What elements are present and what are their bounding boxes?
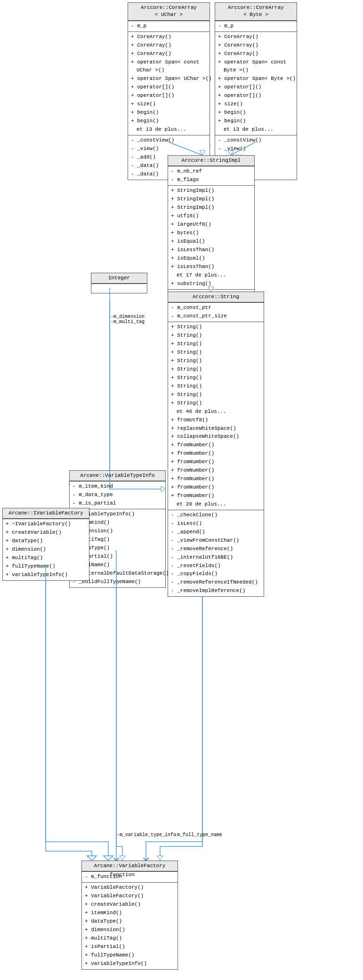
svg-marker-12	[87, 856, 97, 861]
box-variable-factory-header: Arcane::VariableFactory	[82, 861, 177, 871]
label-function: function	[110, 872, 135, 877]
row: - m_item_kind	[72, 482, 163, 491]
row: + StringImpl()	[170, 204, 252, 212]
row: - m_data_type	[72, 491, 163, 499]
row: et 17 de plus...	[170, 271, 252, 280]
section-private: - m_p	[215, 21, 297, 32]
row: + fromNumber()	[170, 458, 262, 466]
row: - _resetFields()	[170, 562, 262, 570]
box-corearray-byte: Arccore::CoreArray< Byte > - m_p + CoreA…	[215, 2, 297, 180]
row: + fromNumber()	[170, 483, 262, 492]
row: + replaceWhiteSpace()	[170, 425, 262, 433]
row: - m_is_partial	[72, 499, 163, 508]
section-private: - m_const_ptr - m_const_ptr_size	[168, 302, 264, 322]
row: + fullTypeName()	[84, 951, 176, 960]
row: - _removeReference()	[170, 545, 262, 553]
row: + String()	[170, 340, 262, 348]
section-public: + String() + String() + String() + Strin…	[168, 322, 264, 510]
row: + operator[]()	[217, 83, 295, 92]
box-ivariable-factory: Arcane::IVariableFactory + ~IVariableFac…	[2, 508, 89, 581]
row: + String()	[170, 323, 262, 332]
svg-marker-11	[120, 856, 125, 861]
row: + createVariable()	[84, 901, 176, 909]
row: + dataType()	[84, 917, 176, 926]
row: + begin()	[217, 117, 295, 126]
row: - m_nb_ref	[170, 167, 252, 176]
row: + begin()	[217, 109, 295, 117]
row: - _viewFromConstChar()	[170, 537, 262, 545]
box-stringimpl-header: Arccore::StringImpl	[168, 156, 254, 166]
row: - _removeImplReference()	[170, 587, 262, 595]
box-corearray-uchar: Arccore::CoreArray< UChar > - m_p + Core…	[128, 2, 210, 180]
row: - _checkClone()	[170, 511, 262, 520]
row: + String()	[170, 399, 262, 408]
row: + String()	[170, 332, 262, 340]
row: + StringImpl()	[170, 195, 252, 204]
row: + operator Span< const	[217, 58, 295, 67]
box-arccore-string: Arccore::String - m_const_ptr - m_const_…	[168, 292, 264, 597]
box-corearray-byte-header: Arccore::CoreArray< Byte >	[215, 3, 297, 21]
row: + substring()	[170, 280, 252, 288]
label-full-type-name: -m_full_type_name	[174, 832, 222, 838]
row: - _removeReferenceIfNeeded()	[170, 578, 262, 587]
row: + isLessThan()	[170, 263, 252, 271]
row: + operator Span< const	[130, 58, 208, 67]
section-public: + CoreArray() + CoreArray() + CoreArray(…	[128, 32, 210, 135]
row: + String()	[170, 374, 262, 382]
row: - m_p	[130, 22, 208, 31]
label-var-type-info: -m_variable_type_info	[117, 832, 176, 838]
row: + operator Span< UChar >()	[130, 75, 208, 83]
row: + fromNumber()	[170, 450, 262, 458]
box-arccore-string-header: Arccore::String	[168, 292, 264, 302]
row: + fromNumber()	[170, 492, 262, 500]
row: + String()	[170, 348, 262, 357]
row: Byte >()	[217, 66, 295, 75]
row: + fromNumber()	[170, 466, 262, 475]
row: UChar >()	[130, 66, 208, 75]
row: + largeUtf8()	[170, 221, 252, 229]
row: + dimension()	[5, 545, 87, 554]
section-public: + CoreArray() + CoreArray() + CoreArray(…	[215, 32, 297, 135]
row: + String()	[170, 365, 262, 374]
row: + multiTag()	[5, 554, 87, 562]
row: - m_flags	[170, 176, 252, 184]
row: et 20 de plus...	[170, 500, 262, 509]
svg-marker-2	[104, 856, 113, 861]
row: + String()	[170, 382, 262, 391]
row: + createVariable()	[5, 529, 87, 537]
row: + collapseWhiteSpace()	[170, 433, 262, 441]
label-dimension: -m_dimension-m_multi_tag	[111, 314, 145, 324]
row: + dataType()	[5, 537, 87, 545]
row: + begin()	[130, 109, 208, 117]
row: + operator[]()	[130, 83, 208, 92]
section-public: + VariableFactory() + VariableFactory() …	[82, 882, 177, 969]
row: + utf16()	[170, 212, 252, 221]
section-public: + StringImpl() + StringImpl() + StringIm…	[168, 185, 254, 289]
row: - _view()	[130, 145, 208, 153]
row: + operator Span< Byte >()	[217, 75, 295, 83]
row: - _internalUtf16BE()	[170, 553, 262, 562]
row: + operator[]()	[217, 92, 295, 100]
row: + CoreArray()	[130, 33, 208, 41]
row: + operator[]()	[130, 92, 208, 100]
row: - _constView()	[130, 136, 208, 145]
row: + dimension()	[84, 926, 176, 934]
row: + CoreArray()	[130, 50, 208, 58]
row: - _append()	[170, 528, 262, 537]
row: + StringImpl()	[170, 187, 252, 195]
row: + CoreArray()	[217, 41, 295, 50]
row: + size()	[130, 100, 208, 109]
row: + String()	[170, 391, 262, 399]
row: + CoreArray()	[217, 50, 295, 58]
box-integer-header: Integer	[91, 273, 147, 284]
row: + isEqual()	[170, 237, 252, 246]
row: - m_p	[217, 22, 295, 31]
row: + fromNumber()	[170, 475, 262, 483]
row: + variableTypeInfo()	[84, 960, 176, 968]
row: + size()	[217, 100, 295, 109]
row: + fullTypeName()	[5, 562, 87, 571]
row: + itemKind()	[84, 909, 176, 917]
row: et 46 de plus...	[170, 408, 262, 416]
box-variable-type-info-header: Arcane::VariableTypeInfo	[70, 471, 165, 481]
row: et 13 de plus...	[217, 126, 295, 134]
